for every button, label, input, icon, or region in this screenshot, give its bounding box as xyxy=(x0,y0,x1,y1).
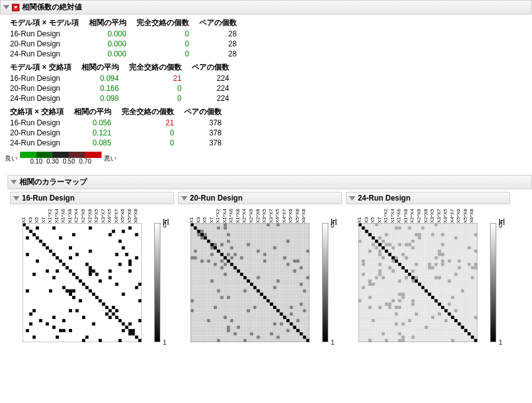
svg-rect-742 xyxy=(95,290,98,293)
svg-rect-2174 xyxy=(234,303,237,306)
svg-rect-3397 xyxy=(395,296,398,299)
svg-rect-72 xyxy=(23,230,26,233)
svg-rect-2322 xyxy=(247,316,250,319)
svg-rect-1697 xyxy=(204,259,207,263)
svg-rect-2258 xyxy=(273,309,276,312)
svg-rect-1234 xyxy=(56,335,59,338)
svg-rect-3116 xyxy=(418,270,421,273)
svg-rect-3884 xyxy=(457,339,461,342)
svg-rect-2269 xyxy=(190,313,194,316)
svg-rect-556 xyxy=(75,273,78,276)
svg-rect-3418 xyxy=(464,296,467,299)
svg-rect-121 xyxy=(66,233,69,236)
svg-rect-3516 xyxy=(431,306,434,309)
svg-rect-2131 xyxy=(211,299,214,302)
svg-rect-762 xyxy=(43,293,46,296)
svg-rect-27 xyxy=(112,223,115,226)
svg-rect-1755 xyxy=(276,263,279,266)
svg-rect-1979 xyxy=(303,283,306,286)
svg-rect-383 xyxy=(98,256,102,259)
svg-rect-2007 xyxy=(276,286,279,289)
svg-rect-3273 xyxy=(461,283,464,286)
colorbar xyxy=(490,223,496,342)
svg-rect-3316 xyxy=(365,290,368,293)
svg-rect-2201 xyxy=(204,306,207,309)
svg-rect-765 xyxy=(53,293,56,296)
svg-rect-3481 xyxy=(434,303,437,306)
svg-rect-820 xyxy=(115,296,118,299)
menu-button-icon[interactable] xyxy=(12,4,19,11)
svg-rect-3499 xyxy=(375,306,378,309)
svg-rect-758 xyxy=(29,293,33,296)
svg-rect-3292 xyxy=(405,286,408,289)
svg-rect-78 xyxy=(43,230,46,233)
svg-rect-1817 xyxy=(243,270,246,273)
svg-rect-2111 xyxy=(263,296,266,299)
svg-rect-473 xyxy=(39,266,42,270)
svg-rect-3268 xyxy=(444,283,447,286)
svg-rect-3560 xyxy=(457,309,461,312)
svg-rect-448 xyxy=(75,263,78,266)
svg-rect-3240 xyxy=(471,280,474,283)
svg-rect-3284 xyxy=(378,286,382,289)
svg-rect-3372 xyxy=(431,293,434,296)
svg-rect-1490 xyxy=(234,239,237,243)
svg-rect-2001 xyxy=(257,286,260,289)
svg-rect-3224 xyxy=(418,280,421,283)
svg-rect-3632 xyxy=(457,316,461,319)
svg-rect-4 xyxy=(36,223,39,226)
svg-rect-1271 xyxy=(59,339,62,342)
svg-rect-691 xyxy=(46,286,49,289)
disclosure-icon[interactable] xyxy=(181,196,187,201)
svg-rect-2342 xyxy=(194,319,197,322)
svg-rect-1004 xyxy=(128,313,132,316)
svg-rect-3470 xyxy=(398,303,401,306)
svg-rect-541 xyxy=(26,273,29,276)
svg-rect-873 xyxy=(53,303,56,306)
svg-rect-1565 xyxy=(243,246,246,249)
svg-rect-1169 xyxy=(79,329,82,332)
svg-rect-3775 xyxy=(454,329,457,332)
svg-rect-1140 xyxy=(102,326,105,329)
svg-rect-412 xyxy=(75,259,78,263)
svg-rect-3094 xyxy=(464,266,467,270)
svg-rect-2054 xyxy=(194,293,197,296)
svg-rect-655 xyxy=(46,283,49,286)
svg-rect-608 xyxy=(128,276,132,279)
svg-rect-2304 xyxy=(306,313,310,316)
svg-rect-3009 xyxy=(421,259,424,263)
svg-rect-13 xyxy=(66,223,69,226)
svg-rect-3733 xyxy=(434,326,437,329)
svg-rect-3347 xyxy=(467,290,471,293)
disclosure-icon[interactable] xyxy=(11,180,17,184)
svg-rect-243 xyxy=(112,243,115,246)
svg-rect-711 xyxy=(112,286,115,289)
correlation-table: モデル項 × モデル項相関の平均完全交絡の個数ペアの個数16-Run Desig… xyxy=(5,17,242,59)
svg-rect-3692 xyxy=(418,322,421,325)
svg-rect-2831 xyxy=(428,243,431,246)
svg-rect-2159 xyxy=(303,299,306,302)
confound-count: 0 xyxy=(132,29,194,39)
svg-rect-925 xyxy=(105,306,108,309)
svg-rect-359 xyxy=(138,253,142,256)
svg-rect-2665 xyxy=(474,226,477,229)
disclosure-icon[interactable] xyxy=(3,5,9,9)
svg-rect-1127 xyxy=(59,326,62,329)
svg-rect-3529 xyxy=(474,306,477,309)
disclosure-icon[interactable] xyxy=(349,196,355,201)
disclosure-icon[interactable] xyxy=(13,196,19,201)
svg-rect-3562 xyxy=(464,309,467,312)
svg-rect-115 xyxy=(46,233,49,236)
svg-rect-2857 xyxy=(395,246,398,249)
svg-rect-1037 xyxy=(118,316,122,319)
svg-rect-1964 xyxy=(253,283,256,286)
svg-rect-2114 xyxy=(273,296,276,299)
svg-rect-1171 xyxy=(85,329,88,332)
svg-rect-949 xyxy=(66,309,69,312)
svg-rect-1850 xyxy=(234,273,237,276)
svg-rect-2400 xyxy=(266,322,269,325)
svg-rect-2404 xyxy=(280,322,283,325)
svg-rect-3623 xyxy=(428,316,431,319)
svg-rect-3798 xyxy=(411,332,414,335)
svg-rect-2801 xyxy=(448,239,451,243)
